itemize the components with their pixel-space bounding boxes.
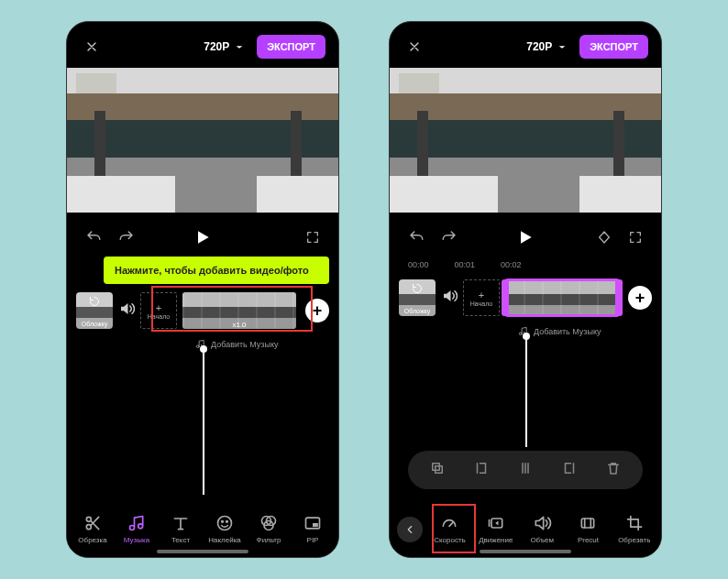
music-label: Добавить Музыку <box>211 340 279 349</box>
topbar: 720P ЭКСПОРТ <box>390 22 661 68</box>
resolution-dropdown[interactable]: 720P <box>198 37 249 57</box>
cover-label: Обложку <box>82 321 107 327</box>
tool-motion[interactable]: Движение <box>477 514 515 544</box>
highlight-box <box>151 286 313 332</box>
fullscreen-button[interactable] <box>305 230 320 245</box>
tool-sticker[interactable]: Наклейка <box>205 514 244 544</box>
time-label: 00:01 <box>455 260 476 269</box>
redo-button[interactable] <box>441 229 458 246</box>
copy-icon[interactable] <box>429 460 446 480</box>
volume-icon <box>532 514 552 532</box>
svg-rect-10 <box>313 523 318 527</box>
clip-action-bar <box>408 451 643 489</box>
export-button[interactable]: ЭКСПОРТ <box>257 35 325 59</box>
sticker-icon <box>215 514 235 532</box>
tool-crop[interactable]: Обрезка <box>73 514 112 544</box>
video-clip-selected[interactable] <box>505 279 619 316</box>
time-label: 00:02 <box>501 260 522 269</box>
tool-text[interactable]: Текст <box>161 514 200 544</box>
svg-rect-14 <box>582 519 594 528</box>
close-button[interactable] <box>80 35 104 59</box>
phone-screen-2: 720P ЭКСПОРТ 00:00 00:01 00:02 <box>389 21 662 558</box>
time-ruler: 00:00 00:01 00:02 <box>390 257 661 275</box>
text-icon <box>171 514 191 532</box>
tool-crop2[interactable]: Обрезать <box>615 514 654 544</box>
export-button[interactable]: ЭКСПОРТ <box>579 35 648 59</box>
back-button[interactable] <box>397 517 423 542</box>
cover-thumbnail[interactable]: Обложку <box>399 279 436 316</box>
time-label: 00:00 <box>408 260 429 269</box>
video-preview[interactable] <box>390 68 661 213</box>
precut-icon <box>578 514 598 532</box>
redo-button[interactable] <box>118 229 135 246</box>
split-left-icon[interactable] <box>473 460 490 480</box>
tool-pip[interactable]: PIP <box>293 514 332 544</box>
split-right-icon[interactable] <box>561 460 578 480</box>
plus-icon: + <box>479 290 484 300</box>
start-label: Начало <box>470 300 492 307</box>
scissors-icon <box>83 514 103 532</box>
svg-point-3 <box>218 517 232 530</box>
delete-icon[interactable] <box>605 460 622 480</box>
tool-music[interactable]: Музыка <box>117 514 156 544</box>
reload-icon <box>89 296 100 308</box>
playhead[interactable] <box>525 336 527 447</box>
resolution-label: 720P <box>526 40 552 53</box>
phone-screen-1: 720P ЭКСПОРТ Нажмите, чтобы добавить вид… <box>66 21 339 558</box>
tool-precut[interactable]: Precut <box>568 514 607 544</box>
home-indicator <box>480 550 571 553</box>
close-button[interactable] <box>403 35 426 59</box>
cover-label: Обложку <box>404 308 430 314</box>
playhead[interactable] <box>203 349 204 495</box>
mute-button[interactable] <box>118 300 135 321</box>
playback-controls <box>67 213 338 257</box>
add-media-button[interactable]: + <box>628 286 652 310</box>
crop-icon <box>624 514 645 532</box>
undo-button[interactable] <box>85 229 102 246</box>
resolution-dropdown[interactable]: 720P <box>521 37 572 57</box>
split-icon[interactable] <box>517 460 534 480</box>
svg-point-4 <box>222 521 224 523</box>
svg-point-5 <box>226 521 228 523</box>
filter-icon <box>259 514 279 532</box>
pip-icon <box>303 514 323 532</box>
start-block[interactable]: + Начало <box>463 279 500 316</box>
resolution-label: 720P <box>204 40 229 53</box>
reload-icon <box>412 283 423 295</box>
music-icon <box>127 514 147 532</box>
mute-button[interactable] <box>441 288 458 308</box>
keyframe-button[interactable] <box>597 230 612 245</box>
fullscreen-button[interactable] <box>628 230 643 245</box>
play-button[interactable] <box>516 228 535 246</box>
music-label: Добавить Музыку <box>534 327 601 336</box>
svg-point-2 <box>138 524 143 529</box>
home-indicator <box>157 550 248 553</box>
timeline[interactable]: Обложку + Начало x1.0 + <box>67 288 338 333</box>
tool-filter[interactable]: Фильтр <box>249 514 288 544</box>
motion-icon <box>486 514 506 532</box>
cover-thumbnail[interactable]: Обложку <box>76 292 113 329</box>
video-preview[interactable] <box>67 68 338 213</box>
timeline[interactable]: Обложку + Начало + <box>390 275 661 321</box>
playback-controls <box>390 213 661 257</box>
chevron-down-icon <box>557 42 567 51</box>
highlight-box <box>432 504 476 553</box>
chevron-down-icon <box>235 42 244 51</box>
tool-volume[interactable]: Объем <box>523 514 561 544</box>
hint-banner[interactable]: Нажмите, чтобы добавить видео/фото <box>104 257 329 284</box>
topbar: 720P ЭКСПОРТ <box>67 22 338 68</box>
play-button[interactable] <box>193 228 212 246</box>
undo-button[interactable] <box>408 229 425 246</box>
